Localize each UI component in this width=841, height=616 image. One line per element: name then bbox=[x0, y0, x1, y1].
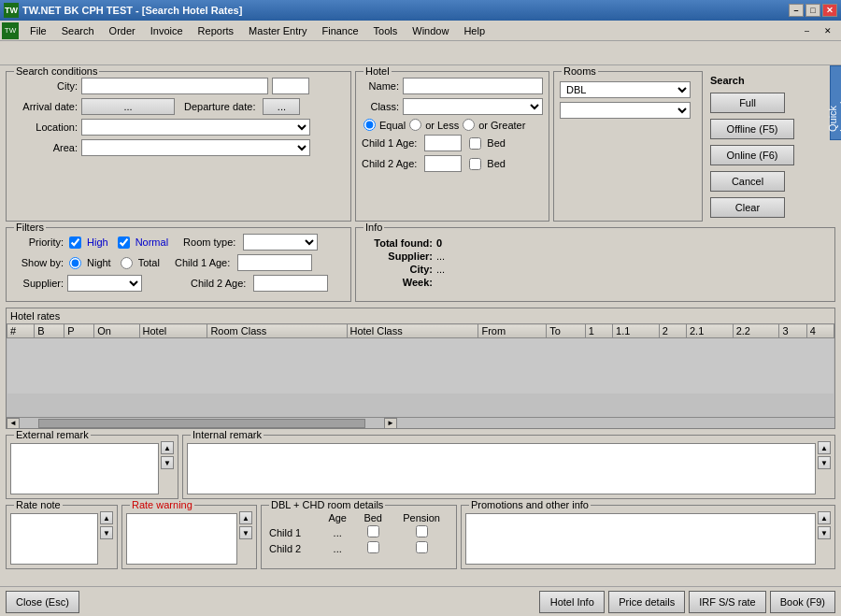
departure-date-btn[interactable]: ... bbox=[263, 98, 300, 115]
or-greater-radio[interactable] bbox=[463, 119, 475, 131]
menu-file[interactable]: File bbox=[22, 23, 54, 38]
clear-btn[interactable]: Clear bbox=[710, 197, 785, 218]
menu-search[interactable]: Search bbox=[54, 23, 102, 38]
menu-window[interactable]: Window bbox=[405, 23, 456, 38]
rate-note-input[interactable] bbox=[10, 513, 98, 565]
col-2adults: 2 bbox=[659, 324, 686, 338]
area-select[interactable] bbox=[81, 139, 310, 156]
equal-radio[interactable] bbox=[363, 119, 376, 131]
menu-finance[interactable]: Finance bbox=[314, 23, 365, 38]
close-window-button[interactable]: ✕ bbox=[822, 4, 837, 17]
city-code-input[interactable] bbox=[272, 78, 309, 94]
app-close-btn[interactable]: ✕ bbox=[817, 24, 839, 37]
promotions-input[interactable] bbox=[465, 513, 816, 565]
high-label: High bbox=[87, 236, 108, 248]
external-remark-input[interactable] bbox=[10, 443, 159, 494]
maximize-button[interactable]: □ bbox=[805, 4, 820, 17]
total-radio[interactable] bbox=[121, 257, 133, 269]
menu-master-entry[interactable]: Master Entry bbox=[241, 23, 314, 38]
rate-note-label: Rate note bbox=[14, 499, 63, 510]
menu-invoice[interactable]: Invoice bbox=[143, 23, 191, 38]
arrival-date-btn[interactable]: ... bbox=[81, 98, 175, 115]
city-label: City: bbox=[12, 80, 78, 92]
chd-col-empty bbox=[265, 511, 320, 524]
horizontal-scrollbar[interactable]: ◄ ► bbox=[7, 417, 834, 428]
menu-reports[interactable]: Reports bbox=[191, 23, 242, 38]
int-remark-down[interactable]: ▼ bbox=[818, 456, 831, 469]
supplier-select[interactable] bbox=[67, 275, 142, 292]
arrival-date-label: Arrival date: bbox=[12, 101, 78, 112]
cancel-btn[interactable]: Cancel bbox=[710, 171, 785, 192]
child1-bed-check[interactable] bbox=[469, 137, 481, 150]
room-type-select[interactable] bbox=[243, 234, 318, 251]
book-btn[interactable]: Book (F9) bbox=[770, 591, 835, 613]
hotel-info-btn[interactable]: Hotel Info bbox=[539, 591, 605, 613]
app-minimize-btn[interactable]: – bbox=[797, 24, 817, 37]
rate-warning-label: Rate warning bbox=[130, 499, 194, 510]
promo-down[interactable]: ▼ bbox=[818, 526, 831, 539]
normal-label: Normal bbox=[135, 236, 168, 248]
chd-child2-pension[interactable] bbox=[416, 541, 428, 553]
chd-child1-bed[interactable] bbox=[367, 525, 379, 537]
full-search-btn[interactable]: Full bbox=[710, 93, 785, 113]
internal-remark-input[interactable] bbox=[187, 443, 816, 494]
toolbar bbox=[0, 41, 841, 65]
scroll-right-btn[interactable]: ► bbox=[384, 418, 397, 429]
rate-warning-input[interactable] bbox=[126, 513, 237, 565]
offline-search-btn[interactable]: Offline (F5) bbox=[710, 119, 794, 139]
child2-bed-check[interactable] bbox=[469, 158, 481, 170]
ext-remark-down[interactable]: ▼ bbox=[161, 456, 174, 469]
or-greater-label: or Greater bbox=[478, 120, 525, 131]
promo-up[interactable]: ▲ bbox=[818, 511, 831, 524]
menu-help[interactable]: Help bbox=[456, 23, 492, 38]
child2-filter-input[interactable] bbox=[253, 275, 328, 292]
chd-child1-pension[interactable] bbox=[416, 525, 428, 537]
city-input[interactable] bbox=[81, 78, 268, 94]
scroll-left-btn[interactable]: ◄ bbox=[7, 418, 20, 429]
external-remark-panel: External remark ▲ ▼ bbox=[6, 435, 178, 499]
hotel-panel: Hotel Name: Class: Equal or Less or Grea… bbox=[355, 71, 549, 222]
hotel-name-input[interactable] bbox=[403, 78, 543, 94]
close-esc-btn[interactable]: Close (Esc) bbox=[6, 591, 79, 613]
high-checkbox[interactable] bbox=[69, 236, 81, 249]
rooms-select2[interactable] bbox=[560, 102, 691, 119]
int-remark-up[interactable]: ▲ bbox=[818, 441, 831, 454]
child1-age-input[interactable] bbox=[424, 135, 462, 151]
rate-warning-up[interactable]: ▲ bbox=[239, 511, 252, 524]
filters-panel: Filters Priority: High Normal Room type:… bbox=[6, 227, 351, 302]
menu-order[interactable]: Order bbox=[102, 23, 143, 38]
rates-table-container[interactable]: # B P On Hotel Room Class Hotel Class Fr… bbox=[7, 323, 834, 417]
hotel-name-label: Name: bbox=[362, 80, 399, 92]
col-2a1c: 2.1 bbox=[687, 324, 734, 338]
irf-btn[interactable]: IRF S/S rate bbox=[689, 591, 766, 613]
rate-note-up[interactable]: ▲ bbox=[100, 511, 113, 524]
col-hotel-class: Hotel Class bbox=[347, 324, 478, 338]
online-search-btn[interactable]: Online (F6) bbox=[710, 145, 794, 165]
filters-label: Filters bbox=[14, 222, 46, 233]
equal-label: Equal bbox=[379, 120, 406, 131]
hotel-class-select[interactable] bbox=[403, 98, 543, 115]
child1-filter-input[interactable] bbox=[237, 254, 312, 271]
rate-note-down[interactable]: ▼ bbox=[100, 526, 113, 539]
total-label: Total bbox=[138, 257, 160, 268]
menu-tools[interactable]: Tools bbox=[366, 23, 406, 38]
chd-child2-bed[interactable] bbox=[367, 541, 379, 553]
normal-checkbox[interactable] bbox=[118, 236, 130, 249]
window-title: TW.NET BK CPH TEST - [Search Hotel Rates… bbox=[22, 5, 242, 16]
rate-warning-down[interactable]: ▼ bbox=[239, 526, 252, 539]
price-details-btn[interactable]: Price details bbox=[608, 591, 685, 613]
show-by-label: Show by: bbox=[12, 257, 64, 268]
location-select[interactable] bbox=[81, 119, 310, 136]
chd-col-bed: Bed bbox=[355, 511, 391, 524]
child2-age-input[interactable] bbox=[424, 155, 462, 172]
search-conditions-panel: Search conditions City: Arrival date: ..… bbox=[6, 71, 351, 222]
or-less-radio[interactable] bbox=[409, 119, 421, 131]
rooms-select[interactable]: DBL bbox=[560, 81, 691, 98]
child1-bed-label: Bed bbox=[487, 137, 506, 149]
hotel-rates-section: Hotel rates # B P On Hotel Room Class Ho… bbox=[6, 308, 835, 429]
minimize-button[interactable]: – bbox=[789, 4, 804, 17]
night-radio[interactable] bbox=[69, 257, 81, 269]
scroll-thumb[interactable] bbox=[38, 419, 365, 428]
ext-remark-up[interactable]: ▲ bbox=[161, 441, 174, 454]
quick-launch-panel[interactable]: Quick Launch bbox=[830, 65, 841, 140]
